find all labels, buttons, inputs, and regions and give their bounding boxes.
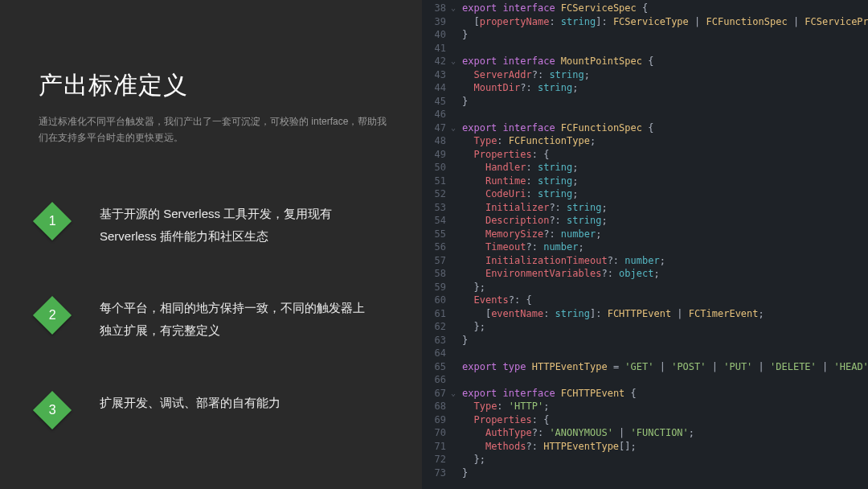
code-line: 42⌄export interface MountPointSpec { xyxy=(422,55,868,68)
fold-gutter-icon xyxy=(451,426,462,440)
code-line: 45} xyxy=(422,95,868,109)
bullet-item: 2 每个平台，相同的地方保持一致，不同的触发器上独立扩展，有完整定义 xyxy=(39,297,390,342)
code-content: Properties: { xyxy=(462,148,549,162)
fold-gutter-icon xyxy=(451,228,462,241)
bullet-number: 3 xyxy=(49,403,56,417)
bullet-number: 2 xyxy=(49,308,56,323)
code-content: export interface FCHTTPEvent { xyxy=(462,387,637,401)
line-number: 53 xyxy=(422,201,451,215)
fold-gutter-icon xyxy=(451,254,462,268)
code-content: }; xyxy=(462,281,485,294)
line-number: 50 xyxy=(422,161,451,175)
line-number: 52 xyxy=(422,187,451,201)
fold-gutter-icon xyxy=(451,440,462,454)
line-number: 71 xyxy=(422,440,451,454)
code-content: } xyxy=(462,95,468,109)
line-number: 48 xyxy=(422,134,451,148)
code-content: ServerAddr?: string; xyxy=(462,68,590,82)
code-line: 44 MountDir?: string; xyxy=(422,81,868,95)
code-line: 73} xyxy=(422,466,868,480)
code-line: 50 Handler: string; xyxy=(422,161,868,175)
fold-gutter-icon xyxy=(451,347,462,360)
fold-gutter-icon: ⌄ xyxy=(451,55,462,68)
code-content: Runtime: string; xyxy=(462,175,579,188)
code-content: export interface FCServiceSpec { xyxy=(462,2,648,15)
code-line: 52 CodeUri: string; xyxy=(422,187,868,201)
fold-gutter-icon xyxy=(451,68,462,82)
fold-gutter-icon xyxy=(451,267,462,281)
code-content: [propertyName: string]: FCServiceType | … xyxy=(462,15,868,29)
fold-gutter-icon xyxy=(451,294,462,307)
bullet-text: 基于开源的 Serverless 工具开发，复用现有 Serverless 插件… xyxy=(100,203,373,248)
line-number: 41 xyxy=(422,42,451,55)
fold-gutter-icon: ⌄ xyxy=(451,121,462,135)
code-content: MountDir?: string; xyxy=(462,81,579,95)
bullet-diamond-icon: 2 xyxy=(33,296,72,335)
line-number: 68 xyxy=(422,400,451,413)
code-content: Properties: { xyxy=(462,413,549,427)
bullet-diamond-icon: 3 xyxy=(33,391,72,429)
code-content: Handler: string; xyxy=(462,161,579,175)
code-content: Methods?: HTTPEventType[]; xyxy=(462,440,637,454)
line-number: 49 xyxy=(422,148,451,162)
code-line: 57 InitializationTimeout?: number; xyxy=(422,254,868,268)
code-line: 64 xyxy=(422,347,868,360)
code-line: 47⌄export interface FCFunctionSpec { xyxy=(422,121,868,135)
fold-gutter-icon: ⌄ xyxy=(451,387,462,401)
code-line: 51 Runtime: string; xyxy=(422,175,868,188)
fold-gutter-icon xyxy=(451,466,462,480)
code-content: Description?: string; xyxy=(462,214,608,228)
code-content: export type HTTPEventType = 'GET' | 'POS… xyxy=(462,360,868,374)
code-content: }; xyxy=(462,320,485,334)
code-line: 65export type HTTPEventType = 'GET' | 'P… xyxy=(422,360,868,374)
fold-gutter-icon xyxy=(451,15,462,29)
code-line: 53 Initializer?: string; xyxy=(422,201,868,215)
line-number: 69 xyxy=(422,413,451,427)
code-content: } xyxy=(462,466,468,480)
fold-gutter-icon xyxy=(451,28,462,42)
line-number: 59 xyxy=(422,281,451,294)
code-content: InitializationTimeout?: number; xyxy=(462,254,665,268)
line-number: 46 xyxy=(422,108,451,121)
slide-text-panel: 产出标准定义 通过标准化不同平台触发器，我们产出了一套可沉淀，可校验的 inte… xyxy=(0,0,422,489)
fold-gutter-icon xyxy=(451,201,462,215)
bullet-text: 扩展开发、调试、部署的自有能力 xyxy=(100,392,280,414)
fold-gutter-icon xyxy=(451,175,462,188)
line-number: 73 xyxy=(422,466,451,480)
fold-gutter-icon xyxy=(451,214,462,228)
code-line: 61 [eventName: string]: FCHTTPEvent | FC… xyxy=(422,307,868,321)
line-number: 64 xyxy=(422,347,451,360)
fold-gutter-icon xyxy=(451,373,462,387)
code-content: export interface MountPointSpec { xyxy=(462,55,653,68)
fold-gutter-icon xyxy=(451,42,462,55)
bullet-diamond-icon: 1 xyxy=(33,202,72,240)
fold-gutter-icon xyxy=(451,360,462,374)
line-number: 67 xyxy=(422,387,451,401)
code-content: Events?: { xyxy=(462,294,532,307)
fold-gutter-icon xyxy=(451,95,462,109)
code-content: AuthType?: 'ANONYMOUS' | 'FUNCTION'; xyxy=(462,426,694,440)
line-number: 38 xyxy=(422,2,451,15)
fold-gutter-icon xyxy=(451,334,462,347)
line-number: 65 xyxy=(422,360,451,374)
line-number: 43 xyxy=(422,68,451,82)
code-line: 69 Properties: { xyxy=(422,413,868,427)
code-content: Initializer?: string; xyxy=(462,201,608,215)
line-number: 70 xyxy=(422,426,451,440)
line-number: 66 xyxy=(422,373,451,387)
code-content: } xyxy=(462,334,468,347)
code-content: [eventName: string]: FCHTTPEvent | FCTim… xyxy=(462,307,764,321)
fold-gutter-icon xyxy=(451,81,462,95)
line-number: 61 xyxy=(422,307,451,321)
code-line: 38⌄export interface FCServiceSpec { xyxy=(422,2,868,15)
code-line: 56 Timeout?: number; xyxy=(422,240,868,254)
line-number: 72 xyxy=(422,453,451,466)
line-number: 56 xyxy=(422,240,451,254)
fold-gutter-icon xyxy=(451,400,462,413)
line-number: 39 xyxy=(422,15,451,29)
line-number: 45 xyxy=(422,95,451,109)
code-line: 58 EnvironmentVariables?: object; xyxy=(422,267,868,281)
code-line: 54 Description?: string; xyxy=(422,214,868,228)
code-line: 40} xyxy=(422,28,868,42)
code-line: 55 MemorySize?: number; xyxy=(422,228,868,241)
